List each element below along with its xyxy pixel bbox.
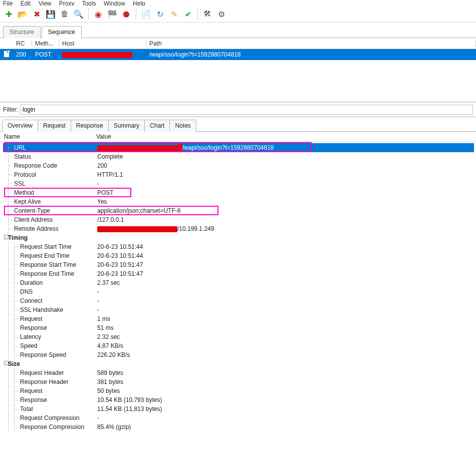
value-timing-res_end: 20-6-23 10:51:47 xyxy=(95,270,474,277)
new-icon[interactable]: ✚ xyxy=(3,9,14,20)
filter-bar: Filter: xyxy=(0,103,476,117)
toolbar-separator xyxy=(88,8,89,20)
row-timing-duration[interactable]: Duration2.37 sec xyxy=(3,278,474,287)
group-timing[interactable]: - Timing xyxy=(3,233,474,242)
open-icon[interactable]: 📂 xyxy=(17,9,28,20)
validate-icon[interactable]: ✔ xyxy=(182,9,193,20)
col-method[interactable]: Meth... xyxy=(32,40,59,47)
menu-view[interactable]: View xyxy=(39,0,52,6)
row-timing-connect[interactable]: Connect- xyxy=(3,296,474,305)
toolbar-separator xyxy=(136,8,136,20)
row-timing-res_start[interactable]: Response Start Time20-6-23 10:51:47 xyxy=(3,260,474,269)
menu-tools[interactable]: Tools xyxy=(82,0,96,6)
tab-chart[interactable]: Chart xyxy=(144,120,170,132)
row-client-address[interactable]: Client Address /127.0.0.1 xyxy=(3,215,474,224)
edit-icon[interactable]: ✎ xyxy=(168,9,179,20)
value-status: Complete xyxy=(95,153,474,160)
row-timing-dns[interactable]: DNS- xyxy=(3,287,474,296)
menu-proxy[interactable]: Proxy xyxy=(59,0,75,6)
overview-list: URL .../wapi/sso/login?t=1592880704818 S… xyxy=(0,142,476,435)
col-rc[interactable]: RC xyxy=(13,40,32,47)
label-method: Method xyxy=(3,189,95,196)
overview-col-name[interactable]: Name xyxy=(2,133,94,140)
row-size-total[interactable]: Total11.54 KB (11,813 bytes) xyxy=(3,404,474,413)
value-response-code: 200 xyxy=(95,162,474,169)
record-icon[interactable]: ◉ xyxy=(93,9,104,20)
row-timing-req_end[interactable]: Request End Time20-6-23 10:51:44 xyxy=(3,251,474,260)
col-host[interactable]: Host xyxy=(59,40,146,47)
label-timing-req_end: Request End Time xyxy=(3,252,95,259)
label-timing-resp_speed: Response Speed xyxy=(3,351,95,358)
label-protocol: Protocol xyxy=(3,171,95,178)
value-url: .../wapi/sso/login?t=1592880704818 xyxy=(95,144,474,151)
row-size-res_comp[interactable]: Response Compression85.4% (gzip) xyxy=(3,422,474,431)
find-icon[interactable]: 🔍 xyxy=(73,9,84,20)
request-row[interactable]: 200 POST /wapi/sso/login?t=1592880704818 xyxy=(0,49,476,60)
row-timing-request[interactable]: Request1 ms xyxy=(3,314,474,323)
menu-file[interactable]: File xyxy=(3,0,13,6)
label-timing-dns: DNS xyxy=(3,288,95,295)
request-list-empty-area[interactable] xyxy=(0,60,476,102)
row-size-request[interactable]: Request50 bytes xyxy=(3,386,474,395)
session-tabs: Structure Sequence xyxy=(0,23,476,38)
compose-icon[interactable]: 📄 xyxy=(140,9,151,20)
row-size-res_header[interactable]: Response Header381 bytes xyxy=(3,377,474,386)
overview-col-value[interactable]: Value xyxy=(94,133,474,140)
close-session-icon[interactable]: ✖ xyxy=(31,9,42,20)
tab-sequence[interactable]: Sequence xyxy=(42,26,82,38)
settings-icon[interactable]: ⚙ xyxy=(216,9,227,20)
row-status[interactable]: Status Complete xyxy=(3,152,474,161)
tab-response[interactable]: Response xyxy=(71,120,109,132)
menu-help[interactable]: Help xyxy=(133,0,145,6)
filter-input[interactable] xyxy=(20,105,473,115)
throttle-icon[interactable]: 🏁 xyxy=(107,9,118,20)
save-icon[interactable]: 💾 xyxy=(45,9,56,20)
menu-window[interactable]: Window xyxy=(104,0,125,6)
row-content-type[interactable]: Content-Type application/json;charset=UT… xyxy=(3,206,474,215)
label-timing-request: Request xyxy=(3,315,95,322)
row-method[interactable]: Method POST xyxy=(3,188,474,197)
tab-overview[interactable]: Overview xyxy=(2,120,38,132)
label-timing-connect: Connect xyxy=(3,297,95,304)
tab-summary[interactable]: Summary xyxy=(108,120,145,132)
value-size-req_header: 589 bytes xyxy=(95,369,474,376)
tools-icon[interactable]: 🛠 xyxy=(202,9,213,20)
row-ssl[interactable]: SSL - xyxy=(3,179,474,188)
row-timing-res_end[interactable]: Response End Time20-6-23 10:51:47 xyxy=(3,269,474,278)
request-type-icon xyxy=(0,51,13,59)
col-path[interactable]: Path xyxy=(146,40,476,47)
toolbar: ✚📂✖💾🗑🔍◉🏁⬣📄↻✎✔🛠⚙ xyxy=(0,6,476,23)
trash-icon[interactable]: 🗑 xyxy=(59,9,70,20)
value-size-request: 50 bytes xyxy=(95,387,474,394)
row-size-response[interactable]: Response10.54 KB (10,793 bytes) xyxy=(3,395,474,404)
value-timing-response: 51 ms xyxy=(95,324,474,331)
stop-icon[interactable]: ⬣ xyxy=(121,9,132,20)
row-timing-req_start[interactable]: Request Start Time20-6-23 10:51:44 xyxy=(3,242,474,251)
tab-notes[interactable]: Notes xyxy=(169,120,196,132)
row-size-req_comp[interactable]: Request Compression- xyxy=(3,413,474,422)
row-timing-ssl_hs[interactable]: SSL Handshake- xyxy=(3,305,474,314)
row-size-req_header[interactable]: Request Header589 bytes xyxy=(3,368,474,377)
label-size-req_comp: Request Compression xyxy=(3,414,95,421)
value-size-total: 11.54 KB (11,813 bytes) xyxy=(95,405,474,412)
row-timing-resp_speed[interactable]: Response Speed226.20 KB/s xyxy=(3,350,474,359)
row-remote-address[interactable]: Remote Address /10.199.1.249 xyxy=(3,224,474,233)
row-timing-latency[interactable]: Latency2.32 sec xyxy=(3,332,474,341)
label-size-total: Total xyxy=(3,405,95,412)
tab-request[interactable]: Request xyxy=(38,120,71,132)
label-ssl: SSL xyxy=(3,180,95,187)
label-size: Size xyxy=(3,360,95,367)
row-url[interactable]: URL .../wapi/sso/login?t=1592880704818 xyxy=(3,143,474,152)
row-timing-speed[interactable]: Speed4.87 KB/s xyxy=(3,341,474,350)
repeat-icon[interactable]: ↻ xyxy=(154,9,165,20)
value-client-address: /127.0.0.1 xyxy=(95,216,474,223)
menu-edit[interactable]: Edit xyxy=(21,0,31,6)
row-kept-alive[interactable]: Kept Alive Yes xyxy=(3,197,474,206)
tab-structure[interactable]: Structure xyxy=(3,26,41,38)
label-timing-ssl_hs: SSL Handshake xyxy=(3,306,95,313)
row-response-code[interactable]: Response Code 200 xyxy=(3,161,474,170)
group-size[interactable]: - Size xyxy=(3,359,474,368)
row-protocol[interactable]: Protocol HTTP/1.1 xyxy=(3,170,474,179)
row-timing-response[interactable]: Response51 ms xyxy=(3,323,474,332)
value-timing-speed: 4.87 KB/s xyxy=(95,342,474,349)
